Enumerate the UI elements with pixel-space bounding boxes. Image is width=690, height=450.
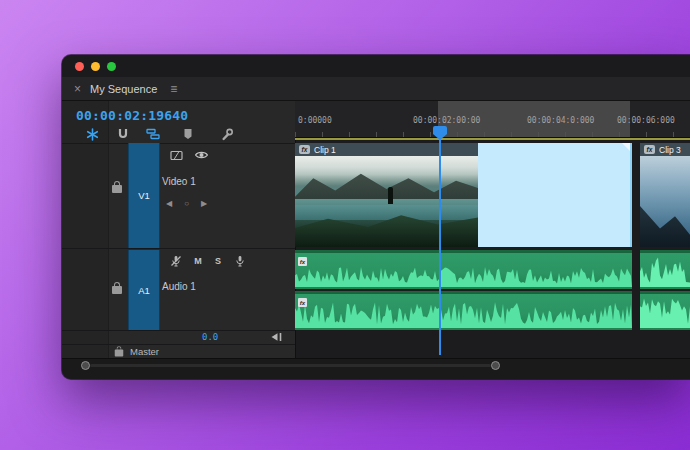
tab-close-icon[interactable]: × [74,82,81,96]
panel-menu-icon[interactable]: ≡ [170,82,177,96]
ruler-label: 00:00:02:00:00 [413,116,480,125]
time-ruler[interactable]: 0:00000 00:00:02:00:00 00:00:04:0:000 00… [295,101,690,138]
waveform-graphic [640,256,690,287]
header-divider [62,143,295,144]
insert-nest-button[interactable] [84,126,101,142]
desktop-background: × My Sequence ≡ 00:00:02:19640 [0,0,690,450]
audio-clip-1[interactable]: fx fx [295,250,632,330]
header-divider [62,330,295,331]
master-track-name: Master [130,346,159,357]
rock-shore [640,206,690,247]
mic-mute-button[interactable] [170,255,182,267]
header-divider [62,248,295,249]
zoom-handle-left[interactable] [81,361,90,370]
fx-badge: fx [298,257,307,266]
timeline-zoom-scrollbar[interactable] [90,364,491,367]
audio-clip-3[interactable] [640,250,690,330]
clip-thumbnail [640,156,690,247]
audio-channel-left [640,250,690,289]
linked-selection-icon [146,128,160,140]
audio-channel-right [640,291,690,330]
audio-track-name[interactable]: Audio 1 [162,281,196,292]
window-titlebar [62,55,690,78]
nest-icon [86,128,99,141]
clip-thumbnail [295,156,478,247]
selected-clip-segment[interactable] [478,143,632,247]
sequence-tab-title[interactable]: My Sequence [90,83,157,95]
zoom-handle-right[interactable] [491,361,500,370]
mute-track-button[interactable]: M [192,256,204,266]
audio-track-badge: A1 [138,285,150,296]
timeline-settings-button[interactable] [219,126,236,142]
fx-badge: fx [644,145,655,154]
minimize-window-button[interactable] [91,62,100,71]
panel-tab-bar: × My Sequence ≡ [62,77,690,101]
timeline-panel-window: × My Sequence ≡ 00:00:02:19640 [62,55,690,379]
fader-button[interactable] [270,332,283,342]
magnet-icon [117,128,129,140]
eye-icon [194,150,209,160]
playhead-handle[interactable] [433,126,447,134]
video-clip-1[interactable]: fx Clip 1 [295,143,478,247]
solo-track-button[interactable]: S [212,256,224,266]
fx-badge: fx [299,145,310,154]
timeline-scrollbar-row [62,358,690,379]
close-window-button[interactable] [75,62,84,71]
audio-level-value[interactable]: 0.0 [202,332,218,342]
clip-title-bar: fx Clip 3 [640,143,690,156]
person-silhouette [388,187,393,204]
ruler-label: 0:00000 [298,116,332,125]
video-track-lock-button[interactable] [112,185,122,193]
ruler-label: 00:00:06:000 [617,116,675,125]
waveform-graphic [295,298,632,328]
ruler-label: 00:00:04:0:000 [527,116,594,125]
voiceover-record-button[interactable] [234,255,246,267]
wrench-icon [221,128,234,141]
clip-label: Clip 1 [314,145,336,155]
snap-button[interactable] [114,126,131,142]
master-track-lock-button[interactable] [115,350,124,357]
lake-water [295,199,478,220]
audio-channel-right: fx [295,291,632,330]
add-keyframe-button[interactable]: ○ [184,199,189,209]
zoom-window-button[interactable] [107,62,116,71]
sync-lock-button[interactable] [170,150,183,161]
video-clip-3[interactable]: fx Clip 3 [640,143,690,247]
toggle-track-output-button[interactable] [194,150,209,160]
waveform-graphic [295,257,632,287]
mic-icon [234,255,246,267]
video-track-badge: V1 [138,190,150,201]
playhead-line[interactable] [439,140,441,355]
sync-lock-icon [170,150,183,161]
clip-title-bar: fx Clip 1 [295,143,478,156]
video-track-target-button[interactable]: V1 [128,143,160,248]
marker-icon [183,128,193,140]
mic-muted-icon [170,255,182,267]
waveform-graphic [640,297,690,328]
audio-channel-left: fx [295,250,632,289]
render-bar [295,138,690,140]
previous-keyframe-button[interactable]: ◀ [166,199,172,209]
next-keyframe-button[interactable]: ▶ [201,199,207,209]
clip-label: Clip 3 [659,145,681,155]
clip-out-point-handle [622,143,630,151]
playhead-timecode-display[interactable]: 00:00:02:19640 [76,108,188,123]
keyframe-navigator: ◀ ○ ▶ [166,199,207,209]
audio-track-lock-button[interactable] [112,286,122,294]
fx-badge: fx [298,298,307,307]
linked-selection-button[interactable] [144,126,161,142]
video-track-name[interactable]: Video 1 [162,176,196,187]
audio-track-target-button[interactable]: A1 [128,250,160,330]
header-divider [62,344,295,345]
ruler-ticks [295,132,690,137]
fader-icon [270,332,283,342]
add-marker-button[interactable] [179,126,196,142]
